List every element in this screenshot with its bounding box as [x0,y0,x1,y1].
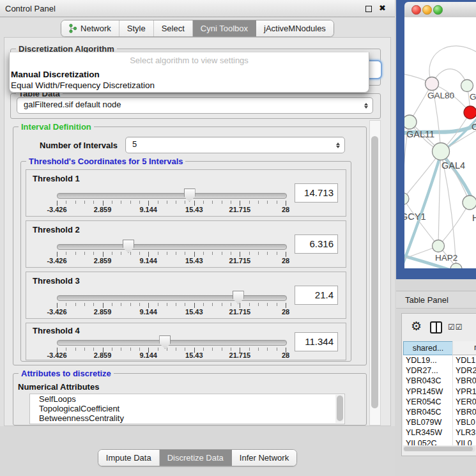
slider-thumb[interactable] [123,240,134,253]
threshold-value-field[interactable]: 6.316 [295,234,338,254]
cell-shared-name[interactable]: YIL052C [406,438,437,446]
scale-label: 2.859 [94,308,112,316]
close-icon[interactable]: ✖ [379,3,386,13]
groupbox-title: Threshold's Coordinates for 5 Intervals [26,157,185,166]
tab-jactivemnodules[interactable]: jActiveMNodules [256,20,334,36]
table-row[interactable]: YBR045CYBR0 [403,407,476,417]
network-node[interactable] [426,77,439,91]
threshold-slider[interactable]: -3.4262.8599.14415.4321.71528 [57,221,286,267]
slider-thumb[interactable] [233,291,244,304]
column-header-shared-name[interactable]: shared... [403,341,453,355]
node-label: GAL4 [441,160,465,171]
table-row[interactable]: YER054CYER0 [403,397,476,407]
stepper-icon [336,137,340,153]
panel-scrollbar-thumb[interactable] [371,136,378,408]
tab-impute-data[interactable]: Impute Data [98,450,160,466]
edge[interactable] [429,46,476,84]
list-scrollbar-thumb[interactable] [337,395,343,421]
tab-network[interactable]: Network [61,20,119,36]
close-traffic-light-icon[interactable] [411,5,421,15]
table-row[interactable]: YDR27...YDR2 [403,365,476,376]
number-of-intervals-combobox[interactable]: 5 [125,137,345,153]
dropdown-option-manual-discretization[interactable]: Manual Discretization [10,69,369,80]
cell-shared-name[interactable]: YDL19... [406,355,437,365]
slider-track[interactable] [57,244,287,250]
tab-infer-network[interactable]: Infer Network [232,450,296,466]
table-horizontal-scrollbar-thumb[interactable] [404,447,473,451]
table-row[interactable]: YPR145WYPR1 [403,387,476,397]
cell-shared-name[interactable]: YBR043C [406,376,441,386]
gear-icon[interactable]: ⚙ [411,320,422,332]
node-label: GA [470,92,476,102]
scale-label: 2.859 [94,206,112,213]
cell-shared-name[interactable]: YLR345W [406,427,442,438]
tab-discretize-data[interactable]: Discretize Data [160,450,232,466]
cell-name[interactable]: YIL0 [456,438,472,446]
slider-track[interactable] [57,340,287,346]
slider-thumb[interactable] [184,188,196,202]
columns-icon[interactable] [430,321,442,334]
tab-style[interactable]: Style [119,20,154,36]
network-node[interactable] [464,106,476,119]
cell-shared-name[interactable]: YDR27... [406,365,438,376]
edge[interactable] [404,199,438,246]
threshold-value-field[interactable]: 21.4 [295,286,338,305]
slider-thumb[interactable] [159,335,171,349]
cell-name[interactable]: YDL1 [456,355,475,365]
table-row[interactable]: YBL079WYBL0 [403,417,476,427]
cell-name[interactable]: YBR0 [456,376,476,386]
network-node[interactable] [461,80,473,92]
threshold-slider[interactable]: -3.4262.8599.14415.4321.71528 [57,170,286,216]
attribute-list-item[interactable]: SelfLoops [30,394,344,404]
table-horizontal-scrollbar[interactable] [403,446,475,452]
threshold-4-panel: Threshold 4 -3.4262.8599.14415.4321.7152… [26,323,346,360]
tick-mark [194,201,195,206]
cell-shared-name[interactable]: YPR145W [406,387,443,397]
network-node[interactable] [463,196,476,210]
cell-shared-name[interactable]: YBL079W [406,417,441,427]
threshold-slider[interactable]: -3.4262.8599.14415.4321.71528 [57,272,286,318]
threshold-value-field[interactable]: 14.713 [295,183,338,203]
network-node[interactable] [433,143,450,160]
cell-shared-name[interactable]: YBR045C [406,407,441,417]
cell-name[interactable]: YDR2 [456,365,476,376]
threshold-slider[interactable]: -3.4262.8599.14415.4321.71528 [57,323,286,360]
cell-shared-name[interactable]: YER054C [406,397,441,407]
list-scrollbar[interactable] [335,395,344,423]
cell-name[interactable]: YBL0 [456,417,475,427]
network-node[interactable] [404,193,409,204]
cell-name[interactable]: YER0 [456,397,476,407]
table-row[interactable]: YIL052CYIL0 [403,438,476,446]
threshold-value-field[interactable]: 11.344 [295,332,338,351]
attribute-list-item[interactable]: BetweennessCentrality [30,413,344,423]
tick-mark [93,303,94,306]
cell-name[interactable]: YBR0 [456,407,476,417]
tick-mark [231,252,231,255]
panel-scrollbar[interactable] [369,120,381,426]
tab-select[interactable]: Select [154,20,193,36]
attribute-list-item[interactable]: TopologicalCoefficient [30,404,344,413]
table-row[interactable]: YLR345WYLR3 [403,427,476,438]
cell-name[interactable]: YLR3 [456,427,475,438]
checkbox-icons[interactable]: ☑☑ [448,323,463,332]
column-header-name[interactable]: na [453,341,476,355]
network-node[interactable] [433,240,445,252]
network-canvas[interactable]: GAL80 GA C GAL11 GAL4 GCY1 H HAP2 [404,17,476,268]
cell-name[interactable]: YPR1 [456,387,476,397]
table-row[interactable]: YDL19...YDL1 [403,355,476,365]
dropdown-option-equal-width[interactable]: Equal Width/Frequency Discretization [10,80,369,91]
numerical-attributes-list[interactable]: SelfLoopsTopologicalCoefficientBetweenne… [29,394,345,424]
minimize-traffic-light-icon[interactable] [422,5,432,15]
float-window-icon[interactable] [365,6,372,12]
tick-mark [176,303,176,306]
network-node[interactable] [404,115,417,129]
table-data-combobox[interactable]: galFiltered.sif default node [17,97,373,114]
slider-track[interactable] [57,295,287,301]
slider-track[interactable] [57,193,287,199]
tab-cyni-toolbox[interactable]: Cyni Toolbox [193,20,256,36]
network-node[interactable] [450,263,462,268]
dropdown-placeholder-option[interactable]: Select algorithm to view settings [10,52,369,69]
table-row[interactable]: YBR043CYBR0 [403,376,476,386]
tick-mark [212,201,213,204]
zoom-traffic-light-icon[interactable] [433,5,443,15]
